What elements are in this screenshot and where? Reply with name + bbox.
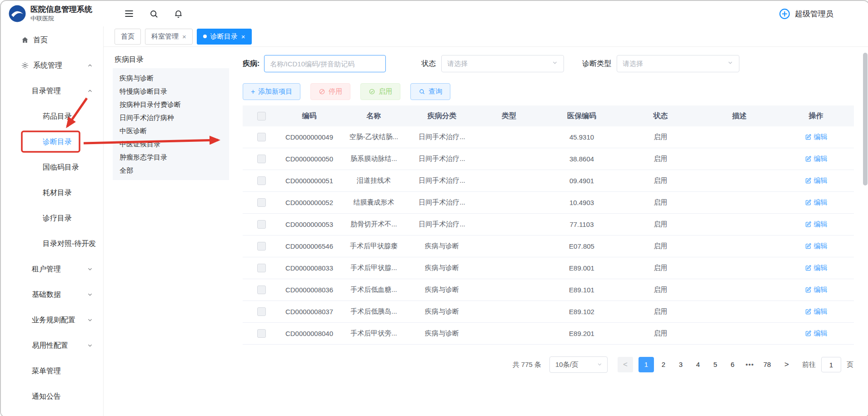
row-checkbox[interactable] bbox=[257, 176, 266, 185]
row-checkbox[interactable] bbox=[257, 220, 266, 229]
cell-type bbox=[475, 192, 543, 214]
table-row: CD0000000050肠系膜动脉结...日间手术治疗...38.8604启用编… bbox=[243, 148, 854, 170]
sidebar-item-diagnosis-directory[interactable]: 诊断目录 bbox=[1, 129, 103, 155]
row-checkbox[interactable] bbox=[257, 155, 266, 163]
disease-category-item[interactable]: 疾病与诊断 bbox=[113, 71, 229, 85]
edit-button[interactable]: 编辑 bbox=[805, 264, 828, 272]
row-checkbox[interactable] bbox=[257, 133, 266, 141]
panel-title: 疾病目录 bbox=[115, 55, 229, 65]
tab-department-management[interactable]: 科室管理 × bbox=[145, 29, 193, 45]
page-number-5[interactable]: 5 bbox=[708, 357, 723, 372]
diagnosis-main-panel: 疾病: 状态 请选择 诊断类型 请选择 bbox=[243, 54, 853, 416]
more-pages-icon[interactable]: ••• bbox=[742, 357, 758, 372]
sidebar-item-tenant-management[interactable]: 租户管理 bbox=[1, 256, 103, 282]
disease-category-item[interactable]: 日间手术治疗病种 bbox=[113, 111, 229, 124]
sidebar-item-consumable-directory[interactable]: 耗材目录 bbox=[1, 180, 103, 205]
query-button[interactable]: 查询 bbox=[410, 83, 450, 100]
disease-category-item[interactable]: 按病种目录付费诊断 bbox=[113, 98, 229, 111]
page-number-2[interactable]: 2 bbox=[656, 357, 671, 372]
sidebar-item-usability-config[interactable]: 易用性配置 bbox=[1, 333, 103, 358]
disease-category-item[interactable]: 中医证候目录 bbox=[113, 137, 229, 150]
sidebar-item-directory-management[interactable]: 目录管理 bbox=[1, 78, 103, 104]
disable-button[interactable]: 停用 bbox=[310, 83, 350, 100]
user-menu[interactable]: 超级管理员 bbox=[778, 8, 868, 20]
page-number-3[interactable]: 3 bbox=[673, 357, 688, 372]
diagnosis-type-select[interactable]: 请选择 bbox=[617, 55, 739, 72]
edit-button[interactable]: 编辑 bbox=[805, 155, 828, 163]
notification-bell-icon[interactable] bbox=[174, 9, 183, 19]
status-select[interactable]: 请选择 bbox=[441, 55, 564, 72]
cell-type bbox=[475, 279, 543, 301]
close-icon[interactable]: × bbox=[182, 33, 186, 40]
goto-label: 前往 bbox=[802, 361, 816, 369]
chevron-down-icon bbox=[597, 361, 603, 369]
row-checkbox[interactable] bbox=[257, 286, 266, 294]
page-number-6[interactable]: 6 bbox=[725, 357, 740, 372]
prev-page-button[interactable]: < bbox=[618, 357, 633, 372]
edit-button[interactable]: 编辑 bbox=[805, 220, 828, 229]
scrollbar-thumb[interactable] bbox=[863, 53, 868, 185]
page-size-select[interactable]: 10条/页 bbox=[549, 356, 608, 373]
edit-button[interactable]: 编辑 bbox=[805, 329, 828, 338]
row-checkbox[interactable] bbox=[257, 198, 266, 207]
hospital-logo-icon bbox=[8, 5, 26, 23]
cell-type bbox=[475, 323, 543, 345]
sidebar-item-business-rule-config[interactable]: 业务规则配置 bbox=[1, 307, 103, 333]
row-checkbox[interactable] bbox=[257, 242, 266, 251]
edit-button[interactable]: 编辑 bbox=[805, 133, 828, 141]
sidebar-item-system-management[interactable]: 系统管理 bbox=[1, 53, 103, 78]
sidebar-item-menu-management[interactable]: 菜单管理 bbox=[1, 358, 103, 384]
sidebar-item-national-clinical-code-directory[interactable]: 国临码目录 bbox=[1, 155, 103, 180]
sidebar-item-home[interactable]: 首页 bbox=[1, 27, 103, 53]
edit-label: 编辑 bbox=[814, 176, 828, 185]
tab-home[interactable]: 首页 bbox=[115, 29, 141, 45]
close-icon[interactable]: × bbox=[241, 33, 245, 40]
sidebar-item-directory-mapping-todo[interactable]: 目录对照-待开发 bbox=[1, 231, 103, 256]
home-icon bbox=[21, 36, 29, 44]
page-number-1[interactable]: 1 bbox=[639, 357, 654, 372]
edit-button[interactable]: 编辑 bbox=[805, 176, 828, 185]
edit-label: 编辑 bbox=[814, 264, 828, 272]
sidebar-item-treatment-directory[interactable]: 诊疗目录 bbox=[1, 205, 103, 231]
cell-insurance-code: 09.4901 bbox=[543, 170, 620, 192]
collapse-menu-icon[interactable] bbox=[124, 9, 134, 19]
edit-button[interactable]: 编辑 bbox=[805, 198, 828, 207]
row-checkbox[interactable] bbox=[257, 264, 266, 272]
enable-button[interactable]: 启用 bbox=[360, 83, 400, 100]
page-number-78[interactable]: 78 bbox=[759, 357, 775, 372]
page-number-4[interactable]: 4 bbox=[690, 357, 706, 372]
sidebar-item-label: 诊疗目录 bbox=[43, 214, 72, 223]
disease-filter-label: 疾病: bbox=[243, 59, 259, 69]
goto-page-input[interactable] bbox=[821, 357, 841, 372]
vertical-scrollbar[interactable] bbox=[863, 27, 868, 415]
edit-button[interactable]: 编辑 bbox=[805, 307, 828, 316]
disease-category-item[interactable]: 肿瘤形态学目录 bbox=[113, 150, 229, 164]
chevron-down-icon bbox=[87, 291, 93, 298]
cell-type bbox=[475, 301, 543, 323]
edit-button[interactable]: 编辑 bbox=[805, 286, 828, 294]
add-item-button[interactable]: + 添加新项目 bbox=[243, 83, 300, 100]
cell-type bbox=[475, 236, 543, 257]
column-header: 编码 bbox=[280, 105, 339, 126]
sidebar-item-drug-directory[interactable]: 药品目录 bbox=[1, 104, 103, 129]
disease-search-input[interactable] bbox=[264, 55, 386, 72]
sidebar-item-notice[interactable]: 通知公告 bbox=[1, 384, 103, 409]
table-row: CD0000008040手术后甲状旁...疾病与诊断E89.201启用编辑 bbox=[243, 323, 854, 345]
disease-category-item[interactable]: 中医诊断 bbox=[113, 124, 229, 137]
cell-category: 疾病与诊断 bbox=[409, 279, 475, 301]
select-all-checkbox[interactable] bbox=[257, 112, 266, 120]
cell-insurance-code: 77.1103 bbox=[543, 214, 620, 236]
sidebar-item-label: 易用性配置 bbox=[32, 341, 68, 351]
disease-category-item[interactable]: 特慢病诊断目录 bbox=[113, 85, 229, 98]
tab-diagnosis-directory[interactable]: 诊断目录 × bbox=[197, 29, 252, 45]
search-icon[interactable] bbox=[149, 9, 159, 19]
cell-status: 启用 bbox=[620, 214, 701, 236]
disease-category-item[interactable]: 全部 bbox=[113, 164, 229, 177]
next-page-button[interactable]: > bbox=[780, 357, 793, 372]
row-checkbox[interactable] bbox=[257, 329, 266, 338]
table-header-row: 编码名称疾病分类类型医保编码状态描述操作 bbox=[243, 105, 854, 126]
cell-code: CD0000008037 bbox=[280, 301, 339, 323]
row-checkbox[interactable] bbox=[257, 307, 266, 316]
edit-button[interactable]: 编辑 bbox=[805, 242, 828, 251]
sidebar-item-basic-data[interactable]: 基础数据 bbox=[1, 282, 103, 307]
